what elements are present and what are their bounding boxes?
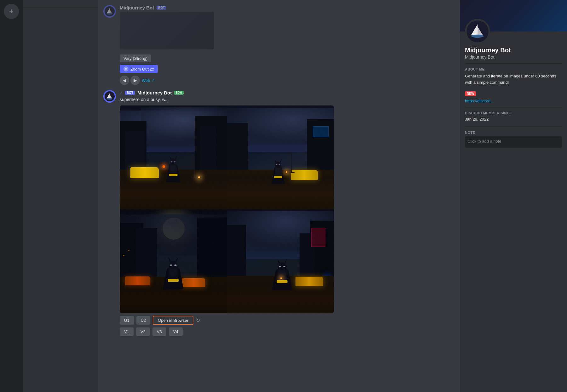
grid-cell-2[interactable] [227,105,334,209]
svg-marker-17 [280,159,282,162]
zoom-out-button[interactable]: ⊕ Zoom Out 2x [120,65,158,73]
batman-figure-1 [165,152,182,182]
server-name [23,0,98,8]
svg-marker-16 [274,159,277,162]
svg-point-27 [174,264,177,266]
svg-point-10 [171,161,173,162]
about-me-title: ABOUT ME [465,67,562,71]
u1-button[interactable]: U1 [120,316,134,325]
svg-point-11 [174,161,176,162]
svg-point-19 [279,164,281,165]
profile-avatar-area [460,19,567,44]
main-bot-badge: BOT [125,91,135,95]
svg-rect-14 [274,176,282,179]
vary-strong-button[interactable]: Vary (Strong) [120,54,151,62]
note-title: NOTE [465,131,562,134]
svg-rect-6 [169,174,178,176]
note-area[interactable]: Click to add a note [465,136,562,148]
svg-point-34 [279,266,281,267]
message-text: superhero on a busy, w... [120,97,455,103]
main-message: ✓ BOT Midjourney Bot 80% superhero on a … [103,90,455,336]
message-top: Midjourney Bot BOT [103,5,455,49]
image-grid-container: U1 U2 Open in Browser ↻ V1 V2 V3 V4 [120,105,334,336]
svg-point-35 [283,266,285,267]
variation-button-row: V1 V2 V3 V4 [120,327,334,336]
profile-divider-2 [465,107,562,107]
grid-cell-3[interactable] [120,209,227,313]
refresh-icon[interactable]: ↻ [196,317,200,323]
profile-divider-1 [465,63,562,64]
v2-button[interactable]: V2 [136,327,150,336]
profile-avatar [465,19,490,44]
svg-point-37 [472,35,484,38]
svg-rect-30 [277,280,287,283]
main-chat: Midjourney Bot BOT Vary (Strong) ⊕ Zoom … [98,0,460,392]
action-buttons-top: Vary (Strong) ⊕ Zoom Out 2x ◀ ▶ Web ↗ [120,54,455,85]
avatar [103,5,116,18]
svg-point-26 [170,264,172,266]
profile-divider-3 [465,127,562,127]
main-username: Midjourney Bot [137,90,172,95]
bot-badge: BOT [157,6,166,10]
bot-avatar [103,90,116,103]
zoom-icon: ⊕ [123,66,129,71]
main-message-header: ✓ BOT Midjourney Bot 80% [120,90,455,95]
v4-button[interactable]: V4 [169,327,183,336]
chat-messages: Midjourney Bot BOT Vary (Strong) ⊕ Zoom … [98,0,460,392]
arrow-right-button[interactable]: ▶ [130,76,140,85]
svg-rect-22 [168,279,179,282]
v1-button[interactable]: V1 [120,327,134,336]
checkmark-icon: ✓ [120,91,123,95]
right-profile-panel: Midjourney Bot Midjourney Bot ABOUT ME G… [460,0,567,392]
u2-button[interactable]: U2 [136,316,151,325]
svg-marker-25 [175,257,178,262]
v3-button[interactable]: V3 [152,327,166,336]
profile-tag: Midjourney Bot [465,54,562,60]
svg-marker-9 [175,156,177,159]
channel-list [23,0,98,392]
discord-member-title: DISCORD MEMBER SINCE [465,111,562,115]
upscale-button-row: U1 U2 Open in Browser ↻ [120,316,334,325]
svg-marker-8 [169,156,172,159]
percent-badge: 80% [174,91,184,95]
svg-marker-24 [168,257,171,262]
web-link[interactable]: Web ↗ [142,78,154,83]
member-since: Jan 29, 2022 [465,117,562,122]
grid-cell-4[interactable] [227,209,334,313]
server-sidebar: + [0,0,23,392]
image-grid [120,105,334,313]
svg-point-18 [276,164,278,165]
open-in-browser-button[interactable]: Open in Browser [153,316,193,325]
profile-bio: Generate and iterate on images under 60 … [465,73,562,85]
add-server-button[interactable]: + [4,4,19,19]
arrow-left-button[interactable]: ◀ [120,76,129,85]
grid-cell-1[interactable] [120,105,227,209]
main-message-body: ✓ BOT Midjourney Bot 80% superhero on a … [120,90,455,336]
message-body-top: Midjourney Bot BOT [120,5,455,49]
external-link-icon: ↗ [152,78,154,82]
new-badge: NEW [465,91,476,96]
username: Midjourney Bot [120,5,154,10]
message-header: Midjourney Bot BOT [120,5,455,10]
svg-point-1 [106,13,112,15]
profile-link[interactable]: https://discord... [465,99,562,103]
arrow-buttons: ◀ ▶ [120,76,140,85]
profile-name: Midjourney Bot [465,47,562,54]
profile-info: Midjourney Bot Midjourney Bot ABOUT ME G… [460,47,567,153]
svg-point-3 [106,98,112,100]
svg-marker-32 [277,259,280,264]
